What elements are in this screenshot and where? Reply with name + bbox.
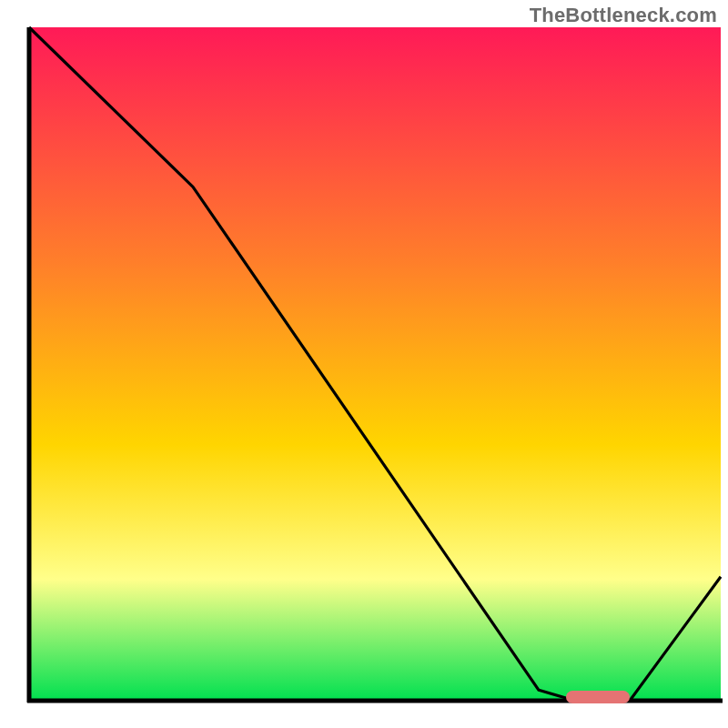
bottleneck-chart [0,0,728,728]
chart-container: TheBottleneck.com [0,0,728,728]
optimal-range-marker [566,691,630,703]
